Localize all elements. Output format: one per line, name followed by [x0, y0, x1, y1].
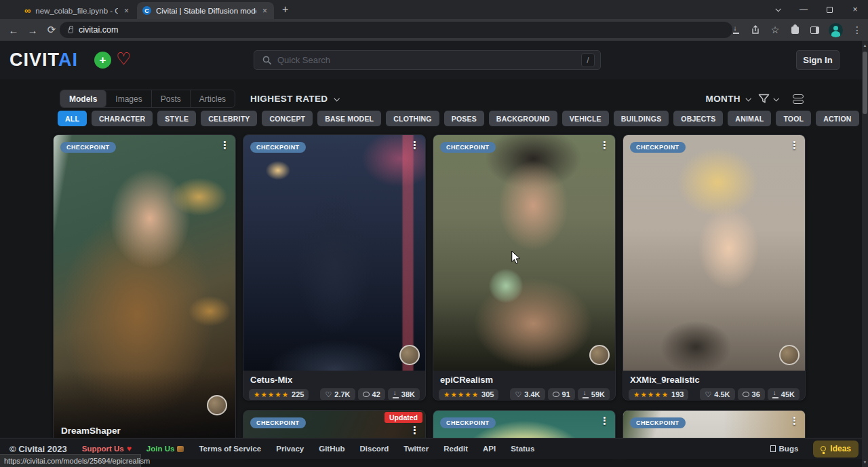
search-box[interactable]: /	[254, 50, 601, 70]
handshake-icon	[177, 446, 184, 452]
creator-avatar[interactable]	[589, 345, 610, 365]
side-panel-icon[interactable]	[809, 24, 820, 35]
category-chips: ALL CHARACTER STYLE CELEBRITY CONCEPT BA…	[58, 111, 868, 126]
join-us-link[interactable]: Join Us	[146, 445, 184, 453]
chip-objects[interactable]: OBJECTS	[673, 111, 723, 126]
reload-button[interactable]: ⟳	[42, 19, 61, 41]
chip-clothing[interactable]: CLOTHING	[386, 111, 439, 126]
rating-pill: ★★★★★305	[439, 389, 498, 400]
card-menu-icon[interactable]: ⋮	[599, 139, 610, 151]
close-window-button[interactable]: ×	[842, 0, 868, 19]
chip-all[interactable]: ALL	[58, 111, 87, 126]
download-icon[interactable]	[730, 24, 741, 35]
chip-buildings[interactable]: BUILDINGS	[614, 111, 669, 126]
checkpoint-badge: CHECKPOINT	[440, 417, 496, 428]
chip-vehicle[interactable]: VEHICLE	[562, 111, 609, 126]
sign-in-button[interactable]: Sign In	[796, 50, 840, 70]
card-menu-icon[interactable]: ⋮	[789, 139, 800, 151]
tab-posts[interactable]: Posts	[152, 90, 191, 107]
scrollbar-thumb[interactable]	[863, 52, 867, 114]
address-bar[interactable]: civitai.com	[60, 22, 732, 38]
tab-civitai[interactable]: C Civitai | Stable Diffusion models, ×	[137, 2, 274, 19]
card-stats: ★★★★★225 ♡2.7K 42 38K	[243, 386, 425, 400]
chip-animal[interactable]: ANIMAL	[728, 111, 771, 126]
close-icon[interactable]: ×	[123, 6, 130, 16]
chip-concept[interactable]: CONCEPT	[262, 111, 313, 126]
extensions-puzzle-icon[interactable]	[789, 24, 800, 35]
browser-menu-icon[interactable]: ⋮	[852, 24, 863, 35]
creator-avatar[interactable]	[779, 345, 800, 365]
search-icon	[262, 56, 272, 65]
github-link[interactable]: GitHub	[319, 445, 344, 453]
scroll-up-icon[interactable]: ▲	[862, 43, 868, 48]
model-card-dreamshaper[interactable]: CHECKPOINT ⋮ DreamShaper	[53, 134, 236, 443]
discord-link[interactable]: Discord	[360, 445, 389, 453]
creator-avatar[interactable]	[399, 345, 420, 365]
tab-articles[interactable]: Articles	[191, 90, 235, 107]
card-menu-icon[interactable]: ⋮	[410, 424, 420, 436]
card-menu-icon[interactable]: ⋮	[789, 415, 800, 427]
model-image: CHECKPOINT ⋮	[623, 135, 805, 371]
chip-action[interactable]: ACTION	[816, 111, 859, 126]
support-us-link[interactable]: Support Us♥	[82, 444, 132, 453]
status-link[interactable]: Status	[511, 445, 534, 453]
chip-celebrity[interactable]: CELEBRITY	[201, 111, 257, 126]
civitai-logo[interactable]: CIVITAI	[9, 50, 78, 71]
share-icon[interactable]	[750, 24, 761, 35]
page-scrollbar[interactable]: ▲ ▼	[862, 41, 868, 467]
creator-avatar[interactable]	[207, 395, 227, 415]
card-stats: ★★★★★305 ♡3.4K 91 59K	[433, 386, 615, 400]
search-input[interactable]	[277, 55, 576, 65]
reddit-link[interactable]: Reddit	[443, 445, 468, 453]
card-menu-icon[interactable]: ⋮	[410, 139, 420, 151]
filter-menu[interactable]	[758, 94, 778, 105]
tab-title: new_colab_file.ipynb - Colaborat	[35, 7, 118, 15]
model-card-xxmix9realistic[interactable]: CHECKPOINT ⋮ XXMix_9realistic ★★★★★193 ♡…	[623, 134, 806, 400]
tab-search-button[interactable]	[765, 0, 791, 19]
privacy-link[interactable]: Privacy	[276, 445, 304, 453]
heart-icon[interactable]: ♡	[116, 49, 131, 69]
chip-character[interactable]: CHARACTER	[92, 111, 153, 126]
bugs-link[interactable]: Bugs	[770, 445, 799, 453]
restore-button[interactable]	[816, 0, 842, 19]
new-tab-button[interactable]: +	[282, 3, 288, 16]
civitai-page: CIVITAI + ♡ / Sign In Models Images Post…	[0, 41, 868, 467]
download-icon	[393, 392, 399, 398]
chip-style[interactable]: STYLE	[157, 111, 196, 126]
card-menu-icon[interactable]: ⋮	[220, 139, 230, 151]
browser-toolbar: ← → ⟳ civitai.com ☆ ⋮	[0, 19, 868, 41]
api-link[interactable]: API	[483, 445, 496, 453]
twitter-link[interactable]: Twitter	[403, 445, 429, 453]
create-button[interactable]: +	[94, 52, 111, 69]
chevron-down-icon	[334, 96, 339, 101]
model-card-epicrealism[interactable]: CHECKPOINT ⋮ epiCRealism ★★★★★305 ♡3.4K …	[433, 134, 616, 400]
minimize-button[interactable]: —	[791, 0, 816, 19]
model-card-cetus-mix[interactable]: CHECKPOINT ⋮ Cetus-Mix ★★★★★225 ♡2.7K 42…	[243, 134, 426, 400]
rating-pill: ★★★★★225	[249, 389, 309, 400]
chip-base-model[interactable]: BASE MODEL	[317, 111, 381, 126]
rating-count: 225	[292, 390, 304, 398]
chip-background[interactable]: BACKGROUND	[489, 111, 557, 126]
sort-dropdown[interactable]: HIGHEST RATED	[250, 94, 338, 104]
star-icons: ★★★★★	[254, 390, 289, 398]
profile-avatar[interactable]	[829, 23, 843, 37]
checkpoint-badge: CHECKPOINT	[630, 142, 686, 153]
scroll-down-icon[interactable]: ▼	[862, 460, 868, 464]
layout-toggle-icon[interactable]	[793, 94, 804, 104]
tab-models[interactable]: Models	[60, 90, 106, 107]
close-icon[interactable]: ×	[261, 6, 269, 16]
chip-poses[interactable]: POSES	[444, 111, 484, 126]
back-button[interactable]: ←	[4, 19, 23, 41]
chip-tool[interactable]: TOOL	[776, 111, 811, 126]
checkpoint-badge: CHECKPOINT	[250, 142, 306, 153]
ideas-button[interactable]: Ideas	[813, 441, 859, 457]
forward-button[interactable]: →	[23, 19, 42, 41]
tab-colab[interactable]: ∞ new_colab_file.ipynb - Colaborat ×	[19, 2, 136, 19]
terms-link[interactable]: Terms of Service	[199, 445, 261, 453]
card-menu-icon[interactable]: ⋮	[599, 415, 610, 427]
heart-icon: ♡	[515, 390, 521, 399]
tab-images[interactable]: Images	[106, 90, 151, 107]
period-dropdown[interactable]: MONTH	[706, 94, 751, 104]
bookmark-star-icon[interactable]: ☆	[770, 24, 781, 35]
heart-icon: ♡	[325, 390, 332, 399]
